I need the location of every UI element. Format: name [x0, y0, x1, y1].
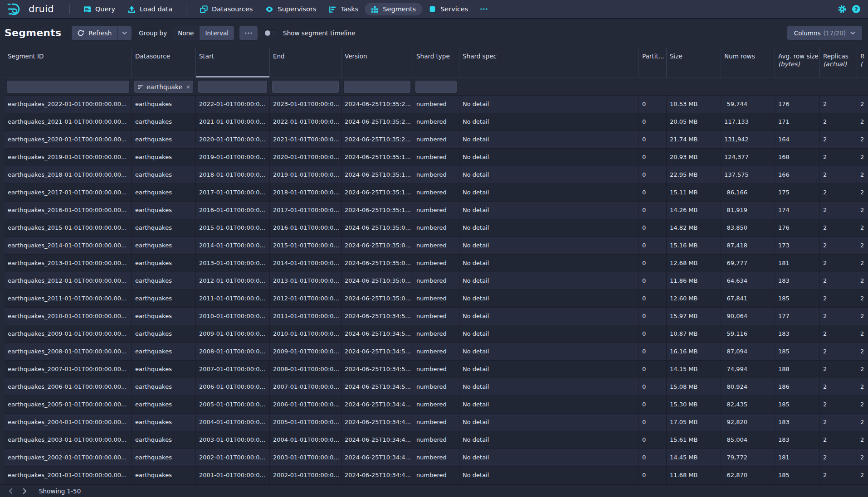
- cell-partitioning: 0: [639, 272, 667, 290]
- cell-segment-id[interactable]: earthquakes_2009-01-01T00:00:00.00...: [5, 325, 132, 343]
- column-header-size[interactable]: Size: [667, 48, 721, 77]
- settings-gear-icon[interactable]: [838, 5, 847, 14]
- filter-cell-replicas: [820, 78, 857, 95]
- nav-more-button[interactable]: [474, 8, 493, 10]
- refresh-icon: [77, 29, 84, 37]
- view-toolbar: Segments Refresh Group by None Interval …: [0, 18, 868, 48]
- cell-shard-type: numbered: [413, 414, 459, 431]
- cell-segment-id[interactable]: earthquakes_2011-01-01T00:00:00.00...: [5, 290, 132, 307]
- cell-datasource: earthquakes: [132, 131, 196, 148]
- prev-page-button[interactable]: [4, 488, 18, 494]
- cell-replicas: 2: [820, 131, 857, 148]
- columns-count: (17/20): [824, 29, 846, 37]
- cell-segment-id[interactable]: earthquakes_2014-01-01T00:00:00.00...: [5, 237, 132, 254]
- cell-segment-id[interactable]: earthquakes_2006-01-01T00:00:00.00...: [5, 378, 132, 396]
- cell-replication-factor: 2: [857, 431, 868, 449]
- cell-segment-id[interactable]: earthquakes_2005-01-01T00:00:00.00...: [5, 396, 132, 413]
- cell-segment-id[interactable]: earthquakes_2010-01-01T00:00:00.00...: [5, 308, 132, 325]
- group-by-none-button[interactable]: None: [172, 26, 199, 40]
- filter-input-end[interactable]: [272, 81, 339, 93]
- cell-shard-spec: No detail: [459, 467, 639, 484]
- cell-replication-factor: 2: [857, 414, 868, 431]
- column-label: Avg. row size: [778, 53, 819, 60]
- cell-segment-id[interactable]: earthquakes_2017-01-01T00:00:00.00...: [5, 184, 132, 201]
- cell-shard-spec: No detail: [459, 166, 639, 183]
- column-header-avg-row-size[interactable]: Avg. row size(bytes): [775, 48, 820, 77]
- cell-segment-id[interactable]: earthquakes_2019-01-01T00:00:00.00...: [5, 149, 132, 166]
- cell-shard-type: numbered: [413, 325, 459, 343]
- column-header-start[interactable]: Start: [196, 48, 270, 77]
- column-header-shard-type[interactable]: Shard type: [413, 48, 459, 77]
- help-icon[interactable]: ?: [852, 5, 861, 14]
- cell-segment-id[interactable]: earthquakes_2004-01-01T00:00:00.00...: [5, 414, 132, 431]
- segment-timeline-toggle[interactable]: [264, 29, 278, 37]
- nav-item-tasks[interactable]: Tasks: [322, 3, 365, 15]
- nav-item-query[interactable]: Query: [77, 3, 122, 15]
- nav-item-segments[interactable]: Segments: [365, 3, 422, 15]
- column-header-partitioning[interactable]: Partit...: [639, 48, 667, 77]
- cell-replicas: 2: [820, 431, 857, 449]
- refresh-button[interactable]: Refresh: [72, 26, 117, 40]
- cell-segment-id[interactable]: earthquakes_2022-01-01T00:00:00.00...: [5, 96, 132, 113]
- cell-partitioning: 0: [639, 449, 667, 466]
- cell-segment-id[interactable]: earthquakes_2020-01-01T00:00:00.00...: [5, 131, 132, 148]
- cell-segment-id[interactable]: earthquakes_2018-01-01T00:00:00.00...: [5, 166, 132, 183]
- more-options-button[interactable]: [239, 26, 258, 40]
- cell-avg-row-size: 177: [775, 308, 820, 325]
- next-page-button[interactable]: [18, 488, 32, 494]
- cell-segment-id[interactable]: earthquakes_2001-01-01T00:00:00.00...: [5, 467, 132, 484]
- column-header-end[interactable]: End: [270, 48, 341, 77]
- columns-label: Columns: [794, 29, 821, 37]
- druid-brand[interactable]: druid: [7, 2, 54, 16]
- cell-partitioning: 0: [639, 96, 667, 113]
- cell-shard-spec: No detail: [459, 414, 639, 431]
- column-header-replicas[interactable]: Replicas(actual): [820, 48, 857, 77]
- cell-segment-id[interactable]: earthquakes_2008-01-01T00:00:00.00...: [5, 343, 132, 360]
- column-header-num-rows[interactable]: Num rows: [721, 48, 775, 77]
- filter-input-segment-id[interactable]: [7, 81, 129, 93]
- cell-avg-row-size: 176: [775, 219, 820, 236]
- cell-end: 2016-01-01T00:00:0...: [270, 219, 341, 236]
- cell-shard-type: numbered: [413, 272, 459, 290]
- cell-datasource: earthquakes: [132, 113, 196, 130]
- column-header-replication-factor[interactable]: R(: [857, 48, 868, 77]
- cell-num-rows: 62,870: [721, 467, 775, 484]
- column-header-datasource[interactable]: Datasource: [132, 48, 196, 77]
- cell-start: 2005-01-01T00:00:0...: [196, 396, 270, 413]
- cell-segment-id[interactable]: earthquakes_2002-01-01T00:00:00.00...: [5, 449, 132, 466]
- nav-item-datasources[interactable]: Datasources: [194, 3, 259, 15]
- cell-segment-id[interactable]: earthquakes_2007-01-01T00:00:00.00...: [5, 361, 132, 378]
- nav-item-load-data[interactable]: Load data: [122, 3, 179, 15]
- cell-segment-id[interactable]: earthquakes_2021-01-01T00:00:00.00...: [5, 113, 132, 130]
- cell-replicas: 2: [820, 414, 857, 431]
- cell-datasource: earthquakes: [132, 290, 196, 307]
- nav-item-supervisors[interactable]: Supervisors: [259, 3, 322, 15]
- cell-segment-id[interactable]: earthquakes_2015-01-01T00:00:00.00...: [5, 219, 132, 236]
- cell-shard-type: numbered: [413, 237, 459, 254]
- remove-filter-icon[interactable]: [186, 85, 190, 89]
- cell-shard-spec: No detail: [459, 308, 639, 325]
- nav-item-services[interactable]: Services: [422, 3, 474, 15]
- table-row: earthquakes_2013-01-01T00:00:00.00...ear…: [5, 255, 868, 272]
- column-header-shard-spec[interactable]: Shard spec: [459, 48, 639, 77]
- cell-segment-id[interactable]: earthquakes_2012-01-01T00:00:00.00...: [5, 272, 132, 290]
- cell-start: 2010-01-01T00:00:0...: [196, 308, 270, 325]
- cell-shard-spec: No detail: [459, 184, 639, 201]
- cell-version: 2024-06-25T10:35:1...: [341, 166, 413, 183]
- cell-size: 15.11 MB: [667, 184, 721, 201]
- column-header-segment-id[interactable]: Segment ID: [5, 48, 132, 77]
- cell-datasource: earthquakes: [132, 184, 196, 201]
- columns-button[interactable]: Columns (17/20): [787, 26, 862, 40]
- cell-segment-id[interactable]: earthquakes_2013-01-01T00:00:00.00...: [5, 255, 132, 272]
- filter-cell-shard-type: [413, 78, 459, 95]
- column-header-version[interactable]: Version: [341, 48, 413, 77]
- cell-replicas: 2: [820, 343, 857, 360]
- filter-input-shard-type[interactable]: [415, 81, 457, 93]
- filter-input-start[interactable]: [198, 81, 267, 93]
- cell-segment-id[interactable]: earthquakes_2003-01-01T00:00:00.00...: [5, 431, 132, 449]
- cell-segment-id[interactable]: earthquakes_2016-01-01T00:00:00.00...: [5, 202, 132, 219]
- refresh-dropdown-button[interactable]: [117, 26, 132, 40]
- filter-input-version[interactable]: [344, 81, 410, 93]
- group-by-interval-button[interactable]: Interval: [200, 26, 234, 40]
- datasource-filter-tag[interactable]: earthquake: [134, 81, 193, 93]
